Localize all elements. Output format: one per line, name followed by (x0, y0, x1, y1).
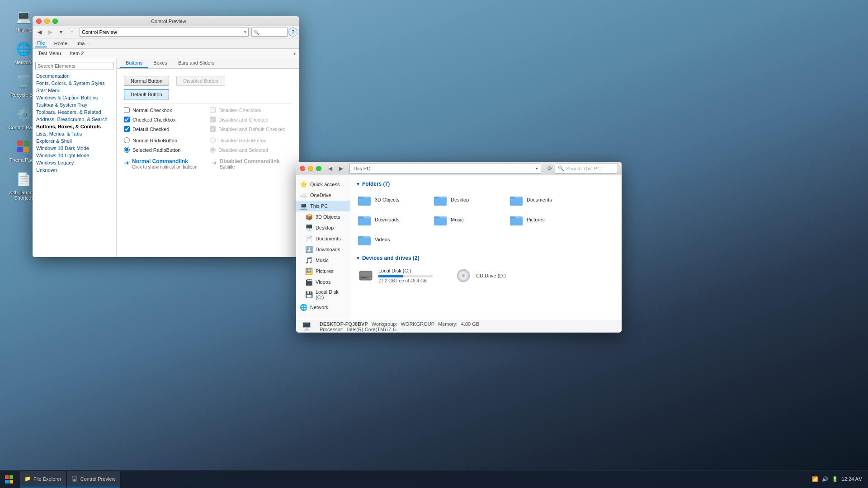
fe-local-disk-bar (378, 275, 403, 277)
tray-battery-icon[interactable]: 🔋 (832, 476, 838, 482)
cp-sidebar-item-toolbars[interactable]: Toolbars, Headers, & Related (33, 108, 116, 116)
cp-sidebar-item-documentation[interactable]: Documentation (33, 72, 116, 80)
cp-search-bar[interactable]: 🔍 (251, 28, 288, 37)
cp-sidebar-item-explorer[interactable]: Explorer & Shell (33, 137, 116, 145)
cp-address-dropdown-icon[interactable]: ▾ (244, 30, 246, 34)
cp-help-button[interactable]: ? (288, 28, 297, 37)
checked-checkbox-input[interactable] (124, 117, 130, 122)
cp-search-input[interactable] (35, 62, 113, 70)
fe-nav-local-disk[interactable]: 💾 Local Disk (C:) (296, 287, 350, 302)
taskbar-item-control-preview[interactable]: 🖥️ Control Preview (67, 471, 120, 488)
fe-nav-documents[interactable]: 📄 Documents (296, 233, 350, 244)
svg-rect-24 (361, 277, 366, 278)
fe-folder-documents[interactable]: Documents (508, 192, 580, 208)
cp-sidebar-item-address[interactable]: Address, Breadcrumb, & Search (33, 116, 116, 123)
fe-refresh-button[interactable]: ⟳ (545, 164, 555, 174)
fe-cd-drive-icon (455, 267, 472, 284)
start-button[interactable] (0, 470, 18, 488)
cp-sidebar-item-buttons[interactable]: Buttons, Boxes, & Controls (33, 123, 116, 130)
svg-rect-17 (510, 218, 523, 225)
fe-nav-quick-access[interactable]: ⭐ Quick access (296, 179, 350, 190)
cp-address-bar[interactable]: Control Preview ▾ (80, 28, 249, 37)
cp-sidebar-item-legacy[interactable]: Windows Legacy (33, 159, 116, 166)
fe-local-disk-drive-icon (358, 267, 374, 284)
cp-menu-item2[interactable]: Item 2 (68, 50, 86, 57)
cp-menu-image[interactable]: Ima... (75, 40, 91, 47)
fe-folders-toggle[interactable]: ▼ (356, 182, 360, 187)
cp-sidebar-item-light-mode[interactable]: Windows 10 Light Mode (33, 152, 116, 159)
cp-tab-buttons[interactable]: Buttons (120, 58, 148, 68)
cp-back-button[interactable]: ◀ (34, 27, 44, 37)
fe-back-button[interactable]: ◀ (325, 164, 335, 174)
fe-drive-local-disk[interactable]: Local Disk (C:) 27.2 GB free of 49.4 GB (356, 266, 446, 286)
cp-sidebar-item-lists[interactable]: Lists, Menus, & Tabs (33, 130, 116, 137)
fe-folder-videos-name: Videos (375, 237, 390, 242)
disabled-commandlink-text: Disabled Commandlink Subtitle (220, 158, 280, 169)
normal-commandlink-arrow: ➜ (124, 159, 129, 166)
themepac-icon (14, 137, 33, 155)
fe-nav-pictures[interactable]: 🖼️ Pictures (296, 266, 350, 277)
default-checked-checkbox-input[interactable] (124, 126, 130, 132)
fe-nav-3d-objects[interactable]: 📦 3D Objects (296, 211, 350, 222)
cp-dropdown-icon[interactable]: ▾ (293, 51, 296, 56)
fe-address-dropdown-icon[interactable]: ▾ (536, 166, 538, 171)
fe-max-button[interactable] (316, 166, 321, 171)
fe-nav-network[interactable]: 🌐 Network (296, 302, 350, 313)
cp-forward-button[interactable]: ▶ (45, 27, 55, 37)
tray-network-icon[interactable]: 📶 (812, 476, 818, 482)
fe-close-button[interactable] (300, 166, 305, 171)
normal-checkbox-input[interactable] (124, 107, 130, 113)
fe-nav-local-disk-label: Local Disk (C:) (316, 289, 346, 300)
normal-radio-input[interactable] (124, 137, 130, 143)
cp-menu-test[interactable]: Test Menu (36, 50, 63, 57)
fe-nav-desktop[interactable]: 🖥️ Desktop (296, 222, 350, 233)
fe-nav-onedrive[interactable]: ☁️ OneDrive (296, 190, 350, 201)
fe-nav-this-pc-label: This PC (310, 203, 328, 209)
control-preview-close-button[interactable] (36, 19, 42, 24)
fe-forward-button[interactable]: ▶ (336, 164, 346, 174)
disabled-selected-radio-label: Disabled and Selected (218, 147, 268, 153)
cp-tab-boxes[interactable]: Boxes (148, 58, 173, 68)
cp-tab-bars[interactable]: Bars and Sliders (173, 58, 220, 68)
cp-sidebar-item-windows-caption[interactable]: Windows & Caption Buttons (33, 94, 116, 101)
fe-folder-desktop[interactable]: Desktop (432, 192, 504, 208)
fe-drives-toggle[interactable]: ▼ (356, 256, 360, 261)
fe-nav-downloads[interactable]: ⬇️ Downloads (296, 244, 350, 255)
disabled-button: Disabled Button (176, 76, 225, 86)
normal-commandlink[interactable]: ➜ Normal Commandlink Click to show notif… (124, 158, 204, 169)
fe-status-row2: Processor: Intel(R) Core(TM) i7-6... (320, 327, 479, 332)
fe-search-bar[interactable]: 🔍 Search This PC (555, 164, 618, 174)
fe-folder-music[interactable]: Music (432, 211, 504, 228)
fe-drive-cd[interactable]: CD Drive (D:) (453, 266, 526, 286)
fe-min-button[interactable] (308, 166, 313, 171)
cp-recent-button[interactable]: ▾ (56, 27, 66, 37)
cp-sidebar-item-fonts[interactable]: Fonts, Colors, & System Styles (33, 80, 116, 87)
fe-nav-music-label: Music (316, 258, 329, 263)
taskbar-item-file-explorer[interactable]: 📁 File Explorer (20, 471, 66, 488)
fe-folder-videos[interactable]: Videos (356, 231, 428, 248)
cp-up-button[interactable]: ↑ (67, 27, 77, 37)
fe-folder-3d-objects[interactable]: 3D Objects (356, 192, 428, 208)
selected-radio-input[interactable] (124, 147, 130, 153)
cp-sidebar-item-taskbar[interactable]: Taskbar & System Tray (33, 101, 116, 108)
fe-address-bar[interactable]: This PC ▾ (349, 164, 541, 174)
tray-volume-icon[interactable]: 🔊 (822, 476, 828, 482)
disabled-checkbox-input (210, 107, 216, 113)
cp-sidebar-item-dark-mode[interactable]: Windows 10 Dark Mode (33, 145, 116, 152)
fe-nav-this-pc[interactable]: 💻 This PC (296, 201, 350, 211)
default-button[interactable]: Default Button (124, 89, 169, 99)
cp-menu-home[interactable]: Home (52, 40, 69, 47)
fe-folder-downloads[interactable]: Downloads (356, 211, 428, 228)
systray-clock[interactable]: 12:24 AM (842, 476, 863, 482)
cp-menu-file[interactable]: File (35, 39, 47, 47)
cp-sidebar-item-start-menu[interactable]: Start Menu (33, 87, 116, 94)
svg-rect-20 (358, 238, 371, 245)
fe-folder-pictures[interactable]: Pictures (508, 211, 580, 228)
fe-nav-music[interactable]: 🎵 Music (296, 255, 350, 266)
cp-sidebar-item-unknown[interactable]: Unknown (33, 166, 116, 174)
fe-nav-quick-access-label: Quick access (310, 182, 340, 187)
cp-body: Documentation Fonts, Colors, & System St… (33, 58, 299, 257)
fe-memory-value: 4.00 GB (461, 321, 479, 327)
fe-nav-videos[interactable]: 🎬 Videos (296, 277, 350, 287)
normal-button[interactable]: Normal Button (124, 76, 169, 86)
